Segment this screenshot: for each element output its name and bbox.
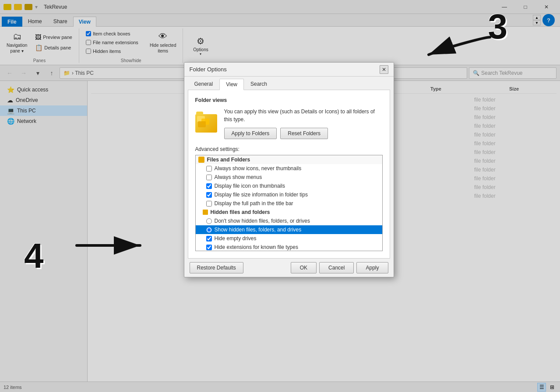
always-show-icons-label: Always show icons, never thumbnails — [215, 165, 302, 172]
dialog-close-btn[interactable]: ✕ — [380, 65, 388, 74]
folder-big-icon — [195, 114, 217, 133]
display-file-icon-checkbox[interactable] — [206, 183, 212, 189]
settings-item-hide-empty-drives[interactable]: Hide empty drives — [196, 234, 382, 243]
reset-folders-btn[interactable]: Reset Folders — [280, 128, 328, 139]
display-full-path-label: Display the full path in the title bar — [215, 200, 293, 206]
hidden-files-icon — [203, 210, 208, 215]
modal-overlay: Folder Options ✕ General View Search Fol… — [0, 0, 560, 392]
folder-views-title: Folder views — [195, 97, 383, 103]
apply-btn[interactable]: Apply — [356, 262, 388, 273]
display-file-size-checkbox[interactable] — [206, 192, 212, 198]
settings-cat-files-folders: Files and Folders — [196, 155, 382, 164]
show-hidden-radio[interactable] — [206, 227, 212, 233]
always-show-menus-checkbox[interactable] — [206, 175, 212, 180]
always-show-menus-label: Always show menus — [215, 174, 262, 180]
display-file-size-label: Display file size information in folder … — [215, 192, 308, 198]
hide-empty-drives-checkbox[interactable] — [206, 236, 212, 242]
settings-item-always-show-icons[interactable]: Always show icons, never thumbnails — [196, 164, 382, 173]
dialog-action-btns: OK Cancel Apply — [291, 262, 388, 273]
show-hidden-label: Show hidden files, folders, and drives — [215, 227, 302, 233]
annotation-3-container: 3 — [488, 7, 508, 47]
dialog-tab-view[interactable]: View — [219, 79, 244, 90]
dialog-tabs: General View Search — [184, 77, 394, 90]
folder-views-btns: Apply to Folders Reset Folders — [224, 128, 383, 139]
apply-to-folders-btn[interactable]: Apply to Folders — [224, 128, 277, 139]
cancel-btn[interactable]: Cancel — [319, 262, 354, 273]
settings-item-show-hidden[interactable]: Show hidden files, folders, and drives — [196, 225, 382, 234]
always-show-icons-checkbox[interactable] — [206, 166, 212, 172]
folder-views-section: Folder views You can apply this view (su… — [195, 97, 383, 139]
restore-defaults-btn[interactable]: Restore Defaults — [190, 262, 243, 273]
settings-item-display-file-size[interactable]: Display file size information in folder … — [196, 190, 382, 199]
hide-extensions-label: Hide extensions for known file types — [215, 244, 298, 250]
dialog-tab-general[interactable]: General — [188, 78, 220, 90]
dialog-title: Folder Options — [190, 66, 227, 73]
dont-show-hidden-radio[interactable] — [206, 218, 212, 224]
settings-subcat-hidden: Hidden files and folders — [196, 208, 382, 217]
files-folders-icon — [198, 157, 204, 163]
dialog-tab-search[interactable]: Search — [244, 78, 274, 90]
settings-item-hide-extensions[interactable]: Hide extensions for known file types — [196, 243, 382, 251]
advanced-label: Advanced settings: — [195, 146, 383, 152]
dont-show-hidden-label: Don't show hidden files, folders, or dri… — [215, 218, 310, 224]
hide-empty-drives-label: Hide empty drives — [215, 235, 257, 242]
settings-item-dont-show-hidden[interactable]: Don't show hidden files, folders, or dri… — [196, 217, 382, 225]
hide-extensions-checkbox[interactable] — [206, 245, 212, 250]
display-full-path-checkbox[interactable] — [206, 201, 212, 206]
folder-views-description: You can apply this view (such as Details… — [224, 108, 383, 123]
hidden-files-label: Hidden files and folders — [211, 209, 270, 215]
dialog-title-bar: Folder Options ✕ — [184, 63, 394, 77]
folder-views-row: You can apply this view (such as Details… — [195, 108, 383, 139]
settings-item-display-full-path[interactable]: Display the full path in the title bar — [196, 199, 382, 208]
ok-btn[interactable]: OK — [291, 262, 317, 273]
files-folders-label: Files and Folders — [207, 157, 250, 163]
folder-options-dialog: Folder Options ✕ General View Search Fol… — [184, 62, 394, 277]
settings-listbox[interactable]: Files and Folders Always show icons, nev… — [195, 155, 383, 251]
dialog-footer: Restore Defaults OK Cancel Apply — [184, 259, 394, 277]
advanced-settings-section: Advanced settings: Files and Folders Alw… — [195, 146, 383, 251]
explorer-window: ▾ TekRevue — □ ✕ File Home Share View ▲ … — [0, 0, 560, 392]
display-file-icon-label: Display file icon on thumbnails — [215, 183, 285, 189]
arrow-3-svg — [407, 28, 494, 63]
annotation-number-4: 4 — [24, 236, 44, 275]
annotation-4-container: 4 — [24, 236, 44, 276]
annotation-number-3: 3 — [488, 7, 508, 46]
folder-views-desc-col: You can apply this view (such as Details… — [224, 108, 383, 139]
settings-item-always-show-menus[interactable]: Always show menus — [196, 173, 382, 182]
dialog-body: Folder views You can apply this view (su… — [188, 90, 390, 259]
settings-item-display-file-icon[interactable]: Display file icon on thumbnails — [196, 182, 382, 190]
arrow-4-svg — [72, 234, 151, 256]
